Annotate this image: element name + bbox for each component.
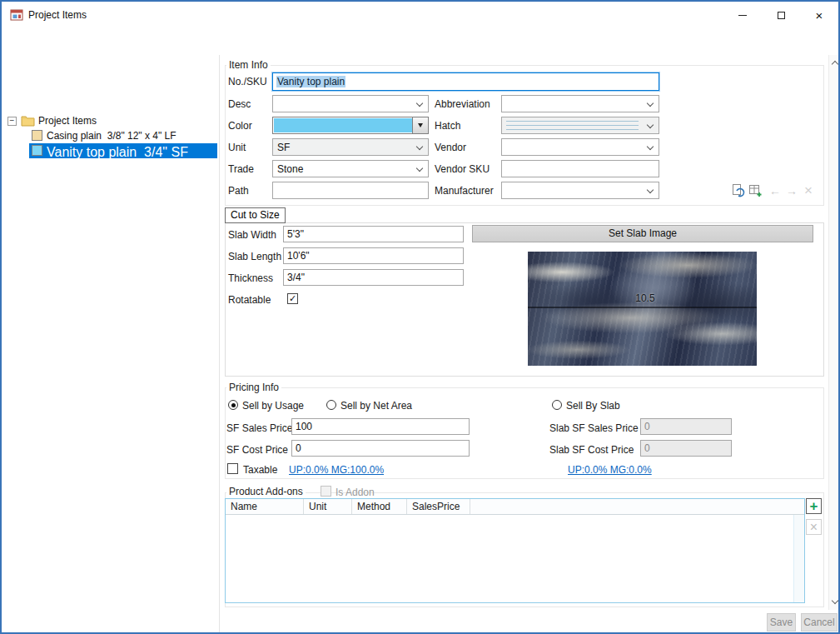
vendor-combobox[interactable] — [501, 138, 659, 156]
addons-grid-header: Name Unit Method SalesPrice — [226, 499, 804, 515]
vendor-sku-input[interactable] — [501, 160, 659, 177]
color-swatch — [274, 118, 412, 132]
manufacturer-combobox[interactable] — [501, 182, 659, 199]
desc-label: Desc — [228, 98, 251, 110]
column-header-method[interactable]: Method — [352, 499, 407, 514]
slab-width-label: Slab Width — [228, 229, 276, 241]
vendor-sku-label: Vendor SKU — [435, 163, 490, 175]
save-button[interactable]: Save — [767, 613, 796, 632]
tree-item-vanity-top-plain[interactable]: Vanity top plain 3/4" SF — [29, 143, 217, 158]
sell-by-slab-label: Sell By Slab — [566, 400, 620, 412]
maximize-button[interactable] — [762, 2, 800, 28]
close-button[interactable]: × — [800, 2, 838, 28]
path-input[interactable] — [272, 182, 429, 199]
radio-sell-by-usage[interactable] — [228, 400, 238, 410]
desc-combobox[interactable] — [272, 95, 429, 112]
tab-cut-to-size[interactable]: Cut to Size — [225, 207, 286, 223]
chevron-down-icon — [418, 123, 423, 127]
thickness-input[interactable] — [283, 269, 464, 286]
slab-markup-margin-link[interactable]: UP:0.0% MG:0.0% — [568, 464, 652, 476]
color-label: Color — [228, 120, 252, 132]
rotatable-checkbox[interactable]: ✓ — [287, 293, 298, 304]
add-addon-button[interactable]: + — [806, 498, 822, 514]
prev-item-button[interactable]: ← — [769, 184, 781, 197]
sf-cost-price-input[interactable] — [291, 440, 470, 457]
no-sku-selected-text: Vanity top plain — [276, 76, 345, 87]
item-info-title: Item Info — [226, 59, 271, 71]
check-icon: ✓ — [289, 293, 296, 303]
column-header-unit[interactable]: Unit — [304, 499, 352, 514]
sell-by-usage-label: Sell by Usage — [242, 400, 304, 412]
add-icon: + — [810, 499, 818, 513]
thickness-label: Thickness — [228, 272, 273, 284]
maximize-icon — [778, 12, 785, 19]
product-addons-title: Product Add-ons — [226, 486, 306, 497]
minimize-button[interactable] — [723, 2, 762, 28]
set-slab-image-button[interactable]: Set Slab Image — [472, 225, 813, 242]
column-header-name[interactable]: Name — [226, 499, 304, 514]
path-label: Path — [228, 185, 249, 197]
taxable-checkbox[interactable] — [227, 463, 238, 474]
hatch-label: Hatch — [435, 120, 460, 132]
chevron-down-icon — [416, 143, 423, 150]
usage-markup-margin-link[interactable]: UP:0.0% MG:100.0% — [289, 464, 384, 476]
chevron-down-icon — [647, 100, 654, 107]
project-items-window: Project Items × + — [0, 0, 840, 634]
unit-value: SF — [277, 142, 290, 153]
tree-root-label: Project Items — [38, 115, 97, 127]
column-header-salesprice[interactable]: SalesPrice — [407, 499, 470, 514]
toolbar: + — [2, 28, 838, 55]
vertical-scrollbar[interactable] — [828, 55, 840, 610]
collapse-icon[interactable]: − — [7, 117, 17, 126]
sync-item-button[interactable] — [731, 183, 746, 198]
sync-item-icon — [731, 183, 746, 198]
slab-image: 10.5 — [528, 252, 757, 366]
taxable-label: Taxable — [243, 464, 277, 476]
hatch-pattern-preview — [506, 121, 639, 132]
trade-combobox[interactable]: Stone — [272, 160, 429, 177]
vendor-label: Vendor — [435, 142, 466, 153]
scroll-up-icon[interactable] — [832, 61, 838, 67]
slab-sf-cost-price-label: Slab SF Cost Price — [549, 444, 634, 456]
catalog-grid-icon — [748, 183, 763, 198]
is-addon-checkbox — [321, 486, 331, 497]
title-bar: Project Items × — [2, 2, 838, 28]
is-addon-label: Is Addon — [336, 487, 375, 498]
project-tree: − Project Items Casing plain 3/8" 12" x … — [2, 55, 220, 634]
column-header-filler — [470, 499, 804, 514]
delete-addon-button[interactable]: × — [806, 519, 822, 535]
slab-dimension-line — [528, 307, 757, 308]
clear-item-button[interactable]: × — [804, 182, 813, 199]
radio-sell-by-net-area[interactable] — [326, 400, 336, 410]
scroll-down-icon[interactable] — [832, 597, 838, 604]
abbreviation-combobox[interactable] — [501, 95, 659, 112]
unit-label: Unit — [228, 142, 246, 153]
chevron-down-icon — [647, 122, 654, 128]
slab-sf-cost-price-input — [640, 440, 732, 457]
no-sku-input[interactable]: Vanity top plain — [272, 72, 659, 91]
minimize-icon — [738, 15, 747, 16]
slab-length-input[interactable] — [283, 247, 464, 264]
manufacturer-label: Manufacturer — [435, 185, 494, 197]
color-dropdown-button[interactable] — [412, 117, 428, 133]
pricing-info-title: Pricing Info — [226, 382, 281, 393]
sell-by-net-area-label: Sell by Net Area — [340, 400, 412, 412]
slab-width-input[interactable] — [283, 226, 464, 242]
cancel-button[interactable]: Cancel — [801, 613, 838, 632]
sf-sales-price-input[interactable] — [291, 418, 470, 435]
unit-combobox[interactable]: SF — [272, 138, 429, 156]
catalog-item-button[interactable] — [748, 183, 763, 198]
addons-grid-scrollbar[interactable] — [793, 515, 804, 602]
item-color-swatch — [32, 130, 42, 141]
sf-cost-price-label: SF Cost Price — [226, 444, 288, 456]
addons-grid[interactable]: Name Unit Method SalesPrice — [225, 498, 805, 603]
rotatable-label: Rotatable — [228, 294, 271, 306]
tree-item-casing-plain[interactable]: Casing plain 3/8" 12" x 4" LF — [32, 129, 215, 144]
tree-item-label: Casing plain 3/8" 12" x 4" LF — [47, 130, 176, 142]
radio-sell-by-slab[interactable] — [552, 400, 562, 410]
hatch-dropdown[interactable] — [501, 117, 659, 134]
next-item-button[interactable]: → — [786, 184, 798, 197]
color-dropdown[interactable] — [272, 117, 429, 134]
app-icon — [10, 8, 23, 22]
slab-dimension-label: 10.5 — [635, 292, 654, 304]
